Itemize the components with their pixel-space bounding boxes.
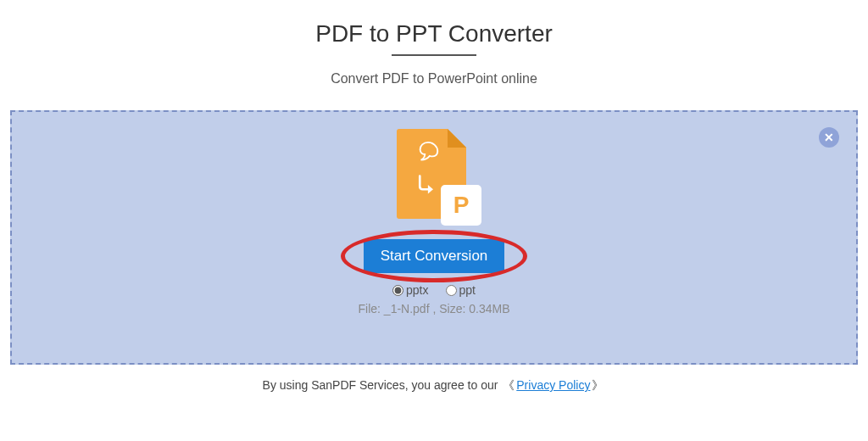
start-conversion-button[interactable]: Start Conversion (364, 239, 505, 273)
pdf-to-ppt-icon: P (392, 129, 476, 231)
file-info-text: File: _1-N.pdf , Size: 0.34MB (359, 302, 510, 315)
ppt-badge-icon: P (441, 185, 481, 226)
output-format-options: pptx ppt (392, 283, 476, 297)
format-radio-ppt[interactable] (446, 285, 457, 296)
format-label-pptx: pptx (406, 283, 428, 297)
format-radio-pptx[interactable] (392, 285, 403, 296)
format-label-ppt: ppt (459, 283, 476, 297)
page-subtitle: Convert PDF to PowerPoint online (0, 71, 868, 87)
format-option-ppt[interactable]: ppt (446, 283, 476, 297)
bracket-close: 》 (592, 378, 604, 392)
privacy-policy-link[interactable]: Privacy Policy (516, 378, 590, 392)
close-icon[interactable]: ✕ (819, 127, 839, 148)
primary-action-wrap: Start Conversion (364, 239, 505, 273)
file-dropzone[interactable]: ✕ P Start Conversion pptx ppt File: _1-N… (10, 110, 858, 365)
consent-prefix: By using SanPDF Services, you agree to o… (263, 378, 502, 392)
title-underline (392, 54, 476, 56)
page-title: PDF to PPT Converter (0, 20, 868, 47)
convert-arrow-icon (415, 173, 439, 197)
format-option-pptx[interactable]: pptx (392, 283, 428, 297)
bracket-open: 《 (503, 378, 515, 392)
pdf-logo-icon (415, 141, 441, 166)
footer-consent: By using SanPDF Services, you agree to o… (0, 378, 868, 394)
